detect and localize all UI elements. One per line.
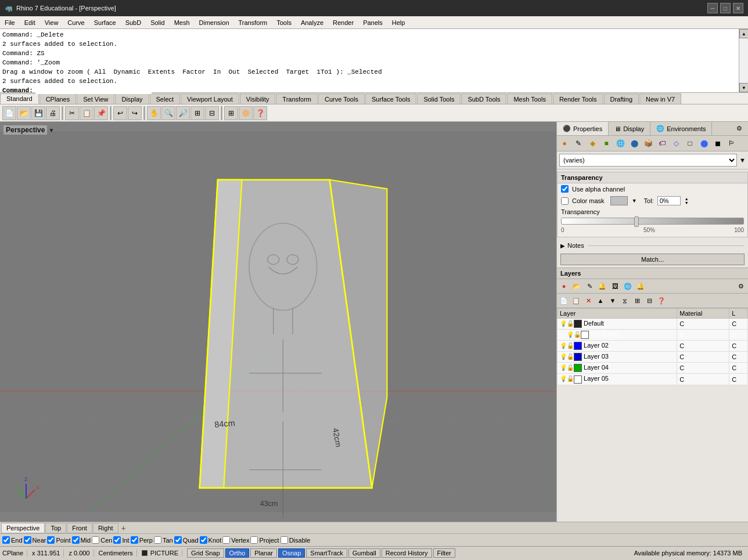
toolbar-tab-subd-tools[interactable]: SubD Tools xyxy=(461,93,506,104)
layer-image-icon[interactable]: 🖼 xyxy=(609,280,621,292)
zoom-ext-btn[interactable]: ⊞ xyxy=(190,106,204,120)
toolbar-tab-surface-tools[interactable]: Surface Tools xyxy=(365,93,416,104)
tol-input[interactable] xyxy=(657,196,681,205)
tab-display[interactable]: 🖥 Display xyxy=(609,122,650,135)
layer-color-box[interactable] xyxy=(574,353,582,361)
menu-file[interactable]: File xyxy=(0,16,20,28)
scroll-up-btn[interactable]: ▲ xyxy=(739,29,748,38)
osnap-checkbox-int[interactable] xyxy=(113,536,121,544)
menu-curve[interactable]: Curve xyxy=(63,16,89,28)
layer-new-btn[interactable]: 📄 xyxy=(558,295,570,306)
layer-visibility-icon[interactable]: 💡 xyxy=(560,364,567,371)
layer-lock-icon[interactable]: 🔓 xyxy=(567,353,574,360)
osnap-checkbox-project[interactable] xyxy=(250,536,258,544)
tol-spinner[interactable]: ▲ ▼ xyxy=(685,197,689,205)
prop-icon-diamond[interactable]: ◇ xyxy=(670,137,682,150)
toolbar-tab-curve-tools[interactable]: Curve Tools xyxy=(318,93,365,104)
osnap-checkbox-knot[interactable] xyxy=(200,536,207,544)
layer-row[interactable]: 💡🔓 Layer 05CC xyxy=(558,374,748,385)
toolbar-tab-select[interactable]: Select xyxy=(150,93,181,104)
open-btn[interactable]: 📂 xyxy=(17,106,31,120)
command-input-row[interactable]: Command: xyxy=(2,87,746,94)
save-btn[interactable]: 💾 xyxy=(31,106,45,120)
command-input[interactable] xyxy=(35,87,152,94)
toolbar-tab-new-in-v7[interactable]: New in V7 xyxy=(639,93,681,104)
osnap-checkbox-tan[interactable] xyxy=(154,536,161,544)
titlebar-controls[interactable]: ─ □ ✕ xyxy=(707,3,743,13)
zoom-win-btn[interactable]: 🔎 xyxy=(176,106,190,120)
osnap-checkbox-mid[interactable] xyxy=(72,536,80,544)
panel-settings-btn[interactable]: ⚙ xyxy=(731,122,748,135)
layer-help-btn[interactable]: ❓ xyxy=(656,295,667,306)
prop-icon-box[interactable]: 📦 xyxy=(642,137,654,150)
layer-down-btn[interactable]: ▼ xyxy=(607,295,618,306)
menu-tools[interactable]: Tools xyxy=(272,16,296,28)
osnap-checkbox-quad[interactable] xyxy=(174,536,182,544)
zoom-btn[interactable]: 🔍 xyxy=(161,106,175,120)
prop-icon-tag[interactable]: 🏷 xyxy=(656,137,668,150)
prop-icon-flag[interactable]: 🏳 xyxy=(725,137,738,150)
layer-settings-icon[interactable]: ⚙ xyxy=(735,280,747,292)
layer-visibility-icon[interactable]: 💡 xyxy=(560,320,567,327)
use-alpha-checkbox[interactable] xyxy=(561,185,569,193)
menu-solid[interactable]: Solid xyxy=(146,16,169,28)
color-mask-swatch[interactable] xyxy=(610,196,628,205)
toolbar-tab-solid-tools[interactable]: Solid Tools xyxy=(417,93,461,104)
menu-render[interactable]: Render xyxy=(328,16,358,28)
prop-icon-material[interactable]: ◆ xyxy=(586,137,599,150)
layer-lock-icon[interactable]: 🔓 xyxy=(567,375,574,382)
tab-properties[interactable]: ⚫ Properties xyxy=(557,122,609,135)
vp-tab-right[interactable]: Right xyxy=(93,523,118,533)
menu-edit[interactable]: Edit xyxy=(20,16,40,28)
viewport[interactable]: Perspective ▼ xyxy=(0,122,556,522)
layer-row[interactable]: 💡🔓 Layer 04CC xyxy=(558,363,748,374)
status-btn-gumball[interactable]: Gumball xyxy=(348,548,380,558)
vp-tab-perspective[interactable]: Perspective xyxy=(1,523,45,533)
redo-btn[interactable]: ↪ xyxy=(128,106,142,120)
varies-select[interactable]: (varies) xyxy=(559,154,737,167)
status-btn-planar[interactable]: Planar xyxy=(250,548,277,558)
menu-dimension[interactable]: Dimension xyxy=(195,16,234,28)
prop-icon-square[interactable]: □ xyxy=(684,137,696,150)
menu-mesh[interactable]: Mesh xyxy=(170,16,195,28)
layer-row[interactable]: 💡🔓 Layer 03CC xyxy=(558,352,748,363)
pan-btn[interactable]: ✋ xyxy=(147,106,161,120)
layer-row[interactable]: 💡🔓 Layer 02CC xyxy=(558,341,748,352)
osnap-checkbox-point[interactable] xyxy=(47,536,55,544)
zoom-prev-btn[interactable]: ⊟ xyxy=(205,106,219,120)
layer-color-box[interactable] xyxy=(574,342,582,350)
osnap-checkbox-perp[interactable] xyxy=(131,536,138,544)
toolbar-tab-set-view[interactable]: Set View xyxy=(77,93,114,104)
menu-analyze[interactable]: Analyze xyxy=(296,16,328,28)
help-btn[interactable]: ❓ xyxy=(253,106,267,120)
toolbar-tab-cplanes[interactable]: CPlanes xyxy=(39,93,77,104)
layer-visibility-icon[interactable]: 💡 xyxy=(560,342,567,349)
osnap-checkbox-vertex[interactable] xyxy=(222,536,230,544)
menu-view[interactable]: View xyxy=(40,16,63,28)
menu-subd[interactable]: SubD xyxy=(121,16,146,28)
layer-bell-icon[interactable]: 🔔 xyxy=(596,280,608,292)
tab-environments[interactable]: 🌐 Environments xyxy=(650,122,712,135)
osnap-checkbox-disable[interactable] xyxy=(280,536,288,544)
layer-color-box[interactable] xyxy=(574,364,582,372)
layer-color-box[interactable] xyxy=(581,331,589,339)
layer-row[interactable]: 💡🔓 DefaultCC xyxy=(558,319,748,330)
paste-btn[interactable]: 📌 xyxy=(94,106,108,120)
layer-expand-btn[interactable]: ⊞ xyxy=(631,295,643,306)
prop-icon-render[interactable]: ■ xyxy=(600,137,613,150)
layer-color-box[interactable] xyxy=(574,375,582,384)
layer-copy-btn[interactable]: 📋 xyxy=(570,295,582,306)
layer-lock-icon[interactable]: 🔓 xyxy=(567,364,574,371)
scene-canvas[interactable]: 84cm 42cm 43cm xyxy=(0,122,556,522)
osnap-checkbox-end[interactable] xyxy=(2,536,10,544)
viewport-dropdown[interactable]: ▼ xyxy=(48,127,54,133)
cut-btn[interactable]: ✂ xyxy=(65,106,79,120)
status-btn-grid-snap[interactable]: Grid Snap xyxy=(187,548,224,558)
layer-color-box[interactable] xyxy=(574,320,582,328)
layer-globe-icon[interactable]: 🌐 xyxy=(622,280,634,292)
prop-icon-edit[interactable]: ✎ xyxy=(572,137,585,150)
command-scrollbar[interactable]: ▲ ▼ xyxy=(739,29,748,92)
scroll-down-btn[interactable]: ▼ xyxy=(739,83,748,92)
layer-pencil-icon[interactable]: ✎ xyxy=(584,280,595,292)
status-btn-record-history[interactable]: Record History xyxy=(382,548,432,558)
